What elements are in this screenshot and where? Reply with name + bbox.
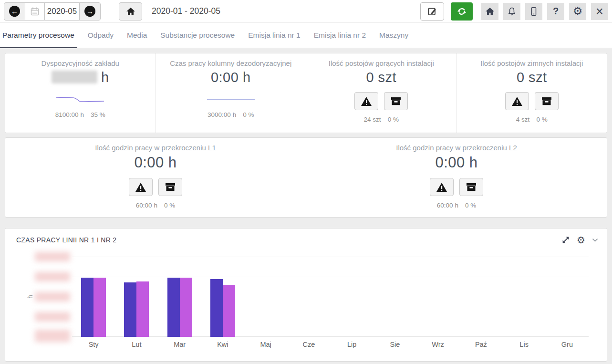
kpi-limit: 60:00 h [136,202,157,209]
edit-button[interactable] [420,2,444,21]
archive-box-icon [165,182,176,192]
archive-box-icon [391,96,401,106]
refresh-button[interactable] [451,2,473,21]
kpi-footer: 60:00 h0 % [306,202,607,209]
redacted-y-tick [35,312,70,322]
tab-maszyny[interactable]: Maszyny [378,23,409,48]
home-range-button[interactable] [119,2,142,21]
date-input[interactable] [45,7,79,16]
redacted-value-blur [52,71,97,83]
notifications-button[interactable] [503,3,520,20]
x-axis-label-sie: Sie [373,341,416,348]
archive-box-icon [541,96,552,106]
alarm-events-button[interactable] [354,92,378,110]
close-button[interactable]: × [591,3,608,20]
chart-settings-gear-icon[interactable]: ⚙ [577,234,585,246]
edit-pencil-square-icon [427,7,437,16]
kpi-title: Dyspozycyjność zakładu [5,59,156,67]
date-picker-group: ← → [4,2,101,21]
kpi-footer: 24 szt0 % [306,116,456,123]
calendar-button[interactable] [25,2,45,21]
bell-icon [507,7,517,16]
arrow-left-circle-icon: ← [9,6,20,17]
kpi-percent: 0 % [243,111,254,118]
chart-slot-lut [115,257,158,337]
tab-emisja-linia-nr-2[interactable]: Emisja linia nr 2 [313,23,367,48]
top-toolbar: ← → 2020-01 - 2020-05 [0,0,612,23]
chart-slot-maj [244,257,287,337]
alarm-events-button[interactable] [505,92,529,110]
kpi-value: 0:00 h [306,154,607,171]
kpi-value: 0 szt [306,70,456,85]
chart-title: CZAS PRACY LINII NR 1 I NR 2 [16,236,116,244]
redacted-y-tick [35,252,70,261]
settings-button[interactable]: ⚙ [569,3,586,20]
x-axis-label-gru: Gru [546,341,589,348]
previous-period-button[interactable]: ← [4,2,25,21]
tab-substancje-procesowe[interactable]: Substancje procesowe [159,23,236,48]
chart-actions: ⚙ [561,234,598,246]
bar-linia-nr-1-mar [167,278,180,337]
x-axis-label-lip: Lip [331,341,373,348]
x-axis-label-paź: Paź [459,341,502,348]
x-axis-label-sty: Sty [72,341,115,348]
kpi-card-przekroczenie-l1: Ilość godzin pracy w przekroczeniu L1 0:… [5,138,306,217]
mobile-button[interactable] [525,3,542,20]
kpi-percent: 0 % [164,202,175,209]
chart-slot-cze [287,257,330,337]
bar-linia-nr-1-sty [81,278,93,337]
kpi-sparkline [5,96,156,104]
chevron-down-icon[interactable] [592,238,598,242]
warning-triangle-icon [361,96,372,106]
home-icon [485,7,495,16]
home-icon [126,7,135,16]
archive-button[interactable] [459,178,483,196]
tab-media[interactable]: Media [126,23,148,48]
refresh-sync-icon [456,6,467,17]
kpi-limit: 4 szt [516,116,530,123]
kpi-value: 0:00 h [156,70,306,85]
archive-button[interactable] [535,92,559,110]
chart-slot-kwi [201,257,244,337]
kpi-limit: 60:00 h [437,202,458,209]
bar-linia-nr-2-sty [93,278,106,337]
kpi-footer: 8100:00 h35 % [5,111,156,118]
calendar-icon [30,7,40,16]
question-mark-icon: ? [553,6,559,17]
alarm-events-button[interactable] [430,178,454,196]
kpi-percent: 0 % [536,116,547,123]
date-input-wrap [44,2,80,21]
kpi-card-kolumna-dezodoryzacyjna: Czas pracy kolumny dezodoryzacyjnej 0:00… [156,53,306,133]
kpi-card-przekroczenie-l2: Ilość godzin pracy w przekroczeniu L2 0:… [306,138,607,217]
chart-plot-area [72,257,589,337]
kpi-flatline [156,96,306,104]
tab-odpady[interactable]: Odpady [87,23,114,48]
bar-linia-nr-1-kwi [210,279,223,337]
chart-slot-lip [331,257,373,337]
close-icon: × [596,7,603,16]
archive-button[interactable] [158,178,182,196]
kpi-value: h [5,70,156,85]
x-axis-label-lis: Lis [503,341,546,348]
kpi-row-1: Dyspozycyjność zakładu h 8100:00 h35 % C… [5,53,607,133]
kpi-title: Ilość godzin pracy w przekroczeniu L1 [5,144,306,152]
kpi-buttons [306,92,456,110]
x-axis-labels: StyLutMarKwiMajCzeLipSieWrzPaźLisGru [72,341,589,348]
redacted-y-tick [35,292,70,302]
dashboard-home-button[interactable] [481,3,498,20]
help-button[interactable]: ? [547,3,564,20]
tab-emisja-linia-nr-1[interactable]: Emisja linia nr 1 [247,23,301,48]
alarm-events-button[interactable] [129,178,153,196]
kpi-value: 0 szt [457,70,607,85]
kpi-limit: 3000:00 h [207,111,236,118]
kpi-percent: 35 % [91,111,105,118]
kpi-buttons [457,92,607,110]
expand-icon[interactable] [561,236,570,244]
chart-slot-paź [459,257,502,337]
chart-slot-lis [503,257,546,337]
x-axis-label-lut: Lut [115,341,158,348]
tab-parametry-procesowe[interactable]: Parametry procesowe [1,23,75,48]
archive-button[interactable] [384,92,408,110]
next-period-button[interactable]: → [79,2,101,21]
x-axis-label-mar: Mar [158,341,201,348]
